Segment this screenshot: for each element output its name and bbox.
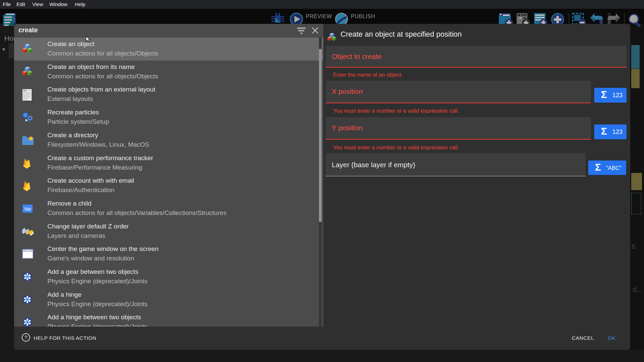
svg-text:?: ? xyxy=(25,334,27,340)
